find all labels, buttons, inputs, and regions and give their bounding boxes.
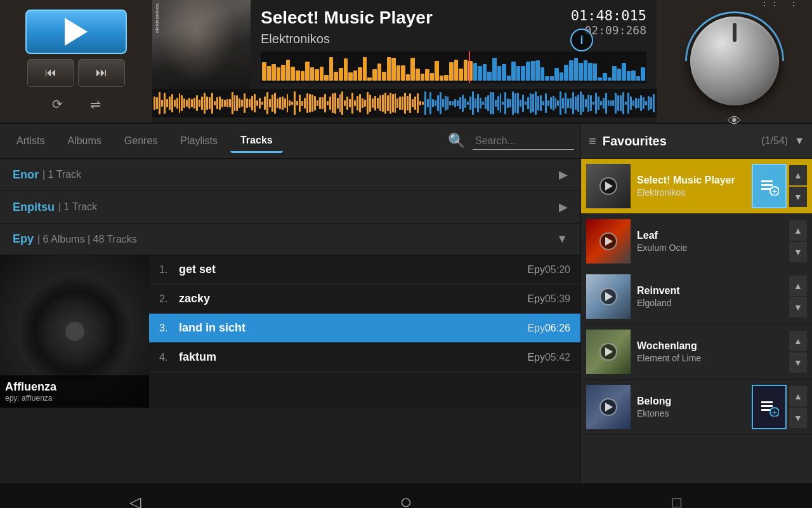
search-input[interactable] bbox=[473, 133, 574, 150]
track-num-2: 2. bbox=[159, 293, 175, 305]
album-face-overlay bbox=[152, 0, 251, 89]
fav-item-wochenlang[interactable]: Wochenlang Element of Lime ▲ ▼ bbox=[581, 324, 812, 380]
fav-item-leaf[interactable]: Leaf Exulum Ocie ▲ ▼ bbox=[581, 214, 812, 269]
repeat-button[interactable]: ⟳ bbox=[44, 95, 70, 114]
tracks-in-album: 1. get set Epy 05:20 2. zacky Epy 05:39 bbox=[149, 255, 580, 408]
expand-arrow-enpitsu: ▶ bbox=[559, 200, 568, 214]
svg-text:+: + bbox=[771, 407, 776, 417]
fav-artist-5: Ektones bbox=[637, 408, 749, 418]
tab-tracks[interactable]: Tracks bbox=[230, 130, 283, 153]
fav-info-5: Belong Ektones bbox=[637, 396, 749, 418]
controls-right: ⋮⋮ ⋮ 👁 bbox=[657, 0, 812, 123]
track-item-3[interactable]: 3. land in sicht Epy 06:26 bbox=[149, 314, 580, 343]
waveform-bars bbox=[261, 51, 646, 83]
fav-item-belong[interactable]: Belong Ektones + ▲ ▼ bbox=[581, 380, 812, 435]
tab-albums[interactable]: Albums bbox=[57, 130, 111, 152]
fav-title-5: Belong bbox=[637, 396, 749, 407]
full-waveform[interactable] bbox=[152, 89, 657, 117]
volume-knob[interactable] bbox=[690, 17, 779, 105]
recents-button[interactable]: □ bbox=[658, 490, 696, 509]
fav-up-btn-5[interactable]: ▲ bbox=[789, 386, 807, 406]
svg-rect-5 bbox=[761, 401, 773, 403]
info-badge[interactable]: i bbox=[570, 29, 593, 51]
fav-down-btn-3[interactable]: ▼ bbox=[789, 297, 807, 318]
fav-item-select-music-player[interactable]: Select! Music Player Elektronikos + ▲ ▼ bbox=[581, 159, 812, 214]
fav-info-3: Reinvent Elgoland bbox=[637, 285, 787, 308]
favorites-dropdown-arrow[interactable]: ▼ bbox=[794, 135, 804, 147]
artist-name-enpitsu: Enpitsu bbox=[13, 201, 55, 214]
track-artist-2: Epy bbox=[527, 293, 545, 305]
fav-play-btn-1[interactable] bbox=[599, 177, 617, 195]
prev-button[interactable]: ⏮ bbox=[27, 59, 74, 87]
track-info: Select! Music Player Elektronikos 01:48:… bbox=[251, 0, 657, 89]
equalizer-icon[interactable]: ⋮⋮ bbox=[761, 0, 778, 11]
tab-genres[interactable]: Genres bbox=[114, 130, 167, 152]
recents-icon: □ bbox=[672, 493, 681, 509]
album-subtitle-text: epy: affluenza bbox=[5, 394, 144, 403]
album-vinyl bbox=[18, 274, 132, 389]
artist-group-epy[interactable]: Epy | 6 Albums | 48 Tracks ▼ bbox=[0, 224, 580, 255]
fav-action-btn-5[interactable]: + bbox=[752, 385, 787, 429]
next-button[interactable]: ⏭ bbox=[78, 59, 125, 87]
favorites-list: Select! Music Player Elektronikos + ▲ ▼ bbox=[581, 159, 812, 483]
fav-play-btn-4[interactable] bbox=[599, 343, 617, 361]
fav-up-btn-1[interactable]: ▲ bbox=[789, 165, 807, 185]
album-art: elektronikos bbox=[152, 0, 251, 89]
shuffle-button[interactable]: ⇌ bbox=[82, 95, 108, 114]
svg-rect-6 bbox=[761, 405, 773, 407]
favorites-header: ≡ Favourites (1/54) ▼ bbox=[581, 124, 812, 159]
fav-down-btn-5[interactable]: ▼ bbox=[789, 408, 807, 428]
fav-play-tri-2 bbox=[605, 237, 613, 246]
search-icon-button[interactable]: 🔍 bbox=[443, 130, 470, 152]
artist-group-enpitsu[interactable]: Enpitsu | 1 Track ▶ bbox=[0, 191, 580, 224]
artist-group-enor[interactable]: Enor | 1 Track ▶ bbox=[0, 159, 580, 191]
back-icon: ◁ bbox=[129, 493, 141, 509]
more-options-icon[interactable]: ⋮ bbox=[785, 0, 802, 11]
fav-updown-4: ▲ ▼ bbox=[789, 331, 807, 373]
add-playlist-icon-5: + bbox=[760, 398, 779, 417]
track-item-2[interactable]: 2. zacky Epy 05:39 bbox=[149, 284, 580, 314]
add-playlist-icon-1: + bbox=[760, 177, 779, 196]
home-icon: ○ bbox=[400, 490, 412, 508]
track-name-2: zacky bbox=[179, 292, 522, 305]
list-icon: ≡ bbox=[589, 134, 596, 149]
fav-title-3: Reinvent bbox=[637, 285, 787, 297]
artist-expanded-epy: Affluenza epy: affluenza 1. get set Epy … bbox=[0, 255, 580, 408]
nav-tabs: Artists Albums Genres Playlists Tracks 🔍 bbox=[0, 124, 580, 159]
track-item-1[interactable]: 1. get set Epy 05:20 bbox=[149, 255, 580, 284]
fav-play-btn-2[interactable] bbox=[599, 232, 617, 250]
main-content: Artists Albums Genres Playlists Tracks 🔍… bbox=[0, 124, 812, 483]
artist-name-epy: Epy bbox=[13, 232, 34, 246]
tab-playlists[interactable]: Playlists bbox=[170, 130, 228, 152]
fav-thumb-inner-1 bbox=[586, 164, 631, 208]
track-item-4[interactable]: 4. faktum Epy 05:42 bbox=[149, 343, 580, 372]
svg-text:+: + bbox=[771, 186, 776, 196]
fav-action-btn-1[interactable]: + bbox=[752, 164, 787, 208]
fav-up-btn-3[interactable]: ▲ bbox=[789, 276, 807, 296]
fav-up-btn-2[interactable]: ▲ bbox=[789, 220, 807, 241]
volume-knob-container bbox=[690, 17, 779, 105]
fav-thumb-inner-3 bbox=[586, 274, 631, 319]
now-playing-area: elektronikos Select! Music Player Elektr… bbox=[152, 0, 657, 123]
back-button[interactable]: ◁ bbox=[116, 490, 154, 509]
track-num-1: 1. bbox=[159, 264, 175, 276]
waveform-display[interactable] bbox=[261, 51, 646, 83]
fav-play-btn-5[interactable] bbox=[599, 398, 617, 416]
svg-rect-1 bbox=[761, 184, 773, 186]
track-duration-4: 05:42 bbox=[545, 352, 570, 363]
album-title-text: Affluenza bbox=[5, 380, 144, 394]
fav-updown-1: ▲ ▼ bbox=[789, 165, 807, 207]
fav-item-reinvent[interactable]: Reinvent Elgoland ▲ ▼ bbox=[581, 269, 812, 324]
fav-down-btn-4[interactable]: ▼ bbox=[789, 352, 807, 373]
fav-artist-4: Element of Lime bbox=[637, 353, 787, 363]
home-button[interactable]: ○ bbox=[387, 490, 425, 509]
fav-title-1: Select! Music Player bbox=[637, 175, 749, 186]
tab-artists[interactable]: Artists bbox=[6, 130, 55, 152]
play-button[interactable] bbox=[25, 10, 127, 54]
fav-down-btn-1[interactable]: ▼ bbox=[789, 187, 807, 207]
fav-updown-2: ▲ ▼ bbox=[789, 220, 807, 262]
fav-play-btn-3[interactable] bbox=[599, 288, 617, 305]
fav-thumb-2 bbox=[586, 219, 631, 264]
fav-up-btn-4[interactable]: ▲ bbox=[789, 331, 807, 351]
fav-down-btn-2[interactable]: ▼ bbox=[789, 242, 807, 262]
